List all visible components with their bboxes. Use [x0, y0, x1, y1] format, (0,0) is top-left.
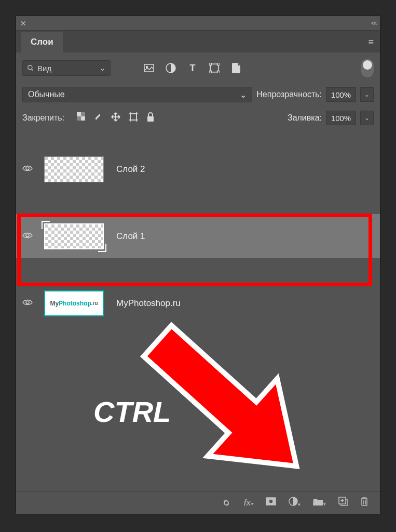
svg-point-20	[26, 167, 29, 170]
fill-label: Заливка:	[288, 113, 322, 123]
adjustment-layer-icon[interactable]: ▾	[289, 497, 301, 509]
svg-point-21	[26, 234, 29, 237]
layer-name[interactable]: Слой 1	[116, 231, 145, 242]
filter-shape-icon[interactable]	[209, 63, 220, 73]
filter-toggle[interactable]	[361, 59, 374, 77]
panel-menu-icon[interactable]: ≡	[368, 37, 374, 48]
chevron-down-icon: ⌄	[240, 90, 247, 100]
lock-label: Закрепить:	[22, 113, 64, 123]
layer-mask-icon[interactable]	[266, 497, 276, 508]
lock-position-icon[interactable]	[111, 112, 120, 124]
close-icon[interactable]: ✕	[20, 19, 26, 28]
lock-row: Закрепить: Заливка: 100% ⌄	[16, 105, 380, 130]
layer-style-icon[interactable]: fx▾	[244, 498, 253, 508]
layers-list: Слой 2 Слой 1 MyPhotoshop.ru MyPhotoshop…	[16, 147, 380, 325]
collapse-icon[interactable]: <<	[371, 19, 376, 27]
layer-row-selected[interactable]: Слой 1	[16, 214, 380, 258]
panel-tabbar: Слои ≡	[16, 31, 380, 52]
blend-mode-dropdown[interactable]: Обычные ⌄	[22, 87, 252, 102]
filter-adjustment-icon[interactable]	[166, 63, 176, 73]
layer-thumbnail[interactable]: MyPhotoshop.ru	[44, 290, 104, 316]
filter-row: Вид ⌄ T	[16, 52, 380, 84]
visibility-eye-icon[interactable]	[22, 298, 35, 309]
svg-rect-13	[77, 116, 81, 121]
svg-rect-19	[147, 116, 154, 122]
layer-thumbnail[interactable]	[44, 223, 104, 249]
svg-rect-7	[217, 63, 220, 65]
opacity-label: Непрозрачность:	[256, 90, 322, 99]
filter-kind-label: Вид	[37, 64, 51, 73]
delete-layer-icon[interactable]	[360, 497, 368, 509]
layer-thumbnail[interactable]	[44, 156, 104, 182]
chevron-down-icon: ⌄	[99, 63, 106, 73]
layer-name[interactable]: Слой 2	[116, 164, 145, 175]
svg-point-22	[26, 301, 29, 304]
opacity-input[interactable]: 100%	[326, 87, 356, 102]
blend-mode-value: Обычные	[28, 90, 65, 99]
filter-smartobject-icon[interactable]	[231, 63, 241, 73]
lock-artboard-icon[interactable]	[129, 112, 138, 124]
search-icon	[27, 64, 34, 72]
svg-point-24	[269, 499, 273, 503]
svg-rect-11	[81, 116, 85, 121]
blend-row: Обычные ⌄ Непрозрачность: 100% ⌄	[16, 84, 380, 105]
layer-row[interactable]: Слой 2	[16, 147, 380, 191]
lock-image-icon[interactable]	[93, 112, 103, 124]
svg-rect-10	[77, 112, 81, 116]
filter-pixel-icon[interactable]	[144, 63, 154, 73]
svg-rect-12	[81, 112, 85, 116]
lock-all-icon[interactable]	[146, 112, 155, 124]
svg-rect-8	[209, 71, 211, 73]
svg-rect-14	[130, 114, 136, 120]
opacity-chevron[interactable]: ⌄	[360, 87, 374, 102]
fill-input[interactable]: 100%	[326, 111, 356, 125]
svg-line-1	[32, 69, 33, 71]
tab-layers[interactable]: Слои	[21, 32, 63, 52]
panel-titlebar: ✕ <<	[16, 16, 380, 31]
layer-name[interactable]: MyPhotoshop.ru	[116, 298, 181, 309]
svg-rect-9	[217, 71, 220, 73]
lock-transparency-icon[interactable]	[77, 112, 85, 124]
svg-rect-6	[209, 63, 211, 65]
visibility-eye-icon[interactable]	[22, 164, 35, 175]
svg-point-3	[146, 66, 148, 68]
filter-type-icons: T	[144, 63, 241, 73]
fill-chevron[interactable]: ⌄	[360, 111, 374, 125]
panel-bottom-bar: fx▾ ▾ ▾	[16, 491, 380, 514]
new-group-icon[interactable]: ▾	[313, 497, 326, 508]
new-layer-icon[interactable]	[338, 497, 348, 509]
visibility-eye-icon[interactable]	[22, 231, 35, 242]
filter-kind-dropdown[interactable]: Вид ⌄	[22, 60, 111, 76]
annotation-ctrl-label: CTRL	[93, 395, 171, 429]
link-layers-icon[interactable]	[221, 497, 231, 508]
filter-type-icon[interactable]: T	[187, 63, 198, 73]
layer-row[interactable]: MyPhotoshop.ru MyPhotoshop.ru	[16, 281, 380, 325]
svg-point-0	[28, 65, 32, 70]
